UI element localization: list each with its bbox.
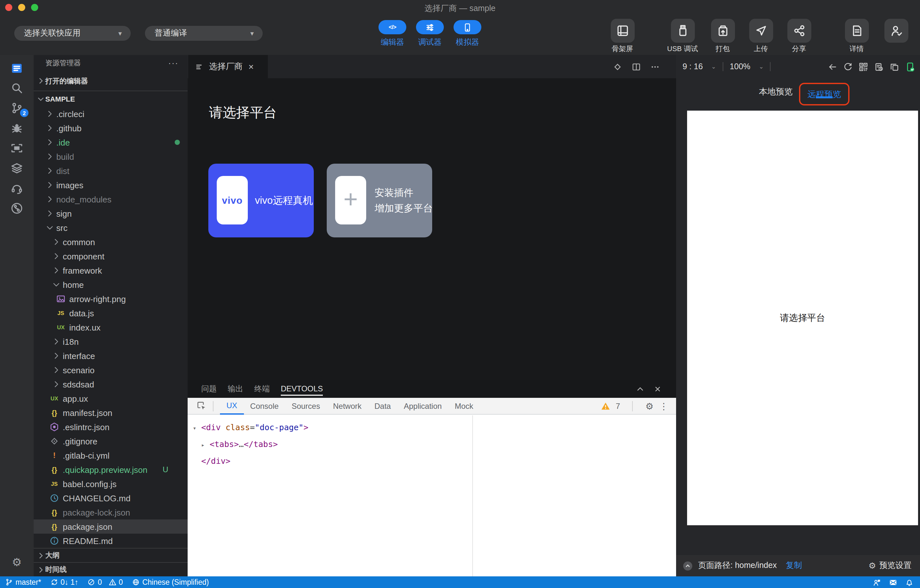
maximize-panel-icon[interactable] <box>636 385 645 393</box>
status-notifications[interactable] <box>905 578 914 586</box>
tree-item[interactable]: node_modules <box>34 192 188 206</box>
back-icon[interactable] <box>828 62 837 71</box>
tree-item[interactable]: !.gitlab-ci.yml <box>34 448 188 463</box>
tree-item[interactable]: interface <box>34 349 188 363</box>
tree-item[interactable]: sign <box>34 206 188 220</box>
panel-tab-终端[interactable]: 终端 <box>254 381 270 398</box>
tree-item[interactable]: common <box>34 235 188 249</box>
tree-item[interactable]: component <box>34 249 188 263</box>
skeleton-screen-button[interactable]: 骨架屏 <box>609 19 635 52</box>
preview-settings-button[interactable]: ⚙ 预览设置 <box>868 560 912 571</box>
outline-section[interactable]: 大纲 <box>34 548 188 562</box>
activity-item-explorer[interactable] <box>0 58 34 78</box>
tree-item[interactable]: .eslintrc.json <box>34 420 188 434</box>
aspect-ratio-select[interactable]: 9 : 16 <box>683 62 703 71</box>
more-actions-icon[interactable] <box>650 62 660 71</box>
status-mail[interactable] <box>889 578 897 586</box>
devtools-splitter[interactable] <box>472 415 473 577</box>
upload-button[interactable]: 上传 <box>748 19 774 52</box>
tree-item[interactable]: {}package.json <box>34 520 188 534</box>
devtools-tab-sources[interactable]: Sources <box>285 397 326 414</box>
status-git-branch[interactable]: master* <box>5 578 41 586</box>
status-problems[interactable]: 00 <box>87 578 123 586</box>
copy-path-link[interactable]: 复制 <box>786 560 802 571</box>
qr-code-icon[interactable] <box>858 62 868 71</box>
tree-item[interactable]: README.md <box>34 534 188 548</box>
activity-item-source-control[interactable]: 2 <box>0 98 34 118</box>
timeline-section[interactable]: 时间线 <box>34 562 188 577</box>
tab-local-preview[interactable]: 本地预览 <box>759 86 792 98</box>
close-panel-icon[interactable] <box>653 385 662 393</box>
details-button[interactable]: 详情 <box>844 19 870 52</box>
tree-item[interactable]: .ide <box>34 135 188 149</box>
open-editors-section[interactable]: 打开的编辑器 <box>34 71 188 91</box>
expand-down-icon[interactable]: ▾ <box>193 420 201 437</box>
expand-right-icon[interactable]: ▸ <box>201 437 210 454</box>
share-button[interactable]: 分享 <box>786 19 812 52</box>
tree-item[interactable]: src <box>34 220 188 235</box>
tree-item[interactable]: home <box>34 277 188 292</box>
account-button[interactable] <box>883 19 909 52</box>
mode-button-debugger[interactable]: 调试器 <box>416 20 444 48</box>
tree-item[interactable]: .circleci <box>34 107 188 121</box>
close-tab-icon[interactable]: × <box>248 62 254 71</box>
activity-item-settings[interactable]: ⚙ <box>0 552 34 572</box>
activity-item-support[interactable] <box>0 178 34 198</box>
devtools-tab-ux[interactable]: UX <box>220 397 244 414</box>
tree-item[interactable]: UXindex.ux <box>34 320 188 334</box>
panel-tab-输出[interactable]: 输出 <box>228 381 243 398</box>
split-editor-icon[interactable] <box>632 62 641 71</box>
compile-mode-dropdown[interactable]: 普通编译 ▼ <box>145 26 263 41</box>
usb-debug-button[interactable]: USB 调试 <box>670 19 695 52</box>
panel-tab-devtools[interactable]: DEVTOOLS <box>281 381 323 398</box>
device-connected-icon[interactable] <box>905 62 915 71</box>
warning-count[interactable]: 7 <box>616 402 620 410</box>
devtools-elements-tree[interactable]: ▾<div class="doc-page">▸<tabs>…</tabs></… <box>188 415 676 577</box>
devtools-settings-icon[interactable]: ⚙ <box>645 401 653 411</box>
collapse-up-icon[interactable] <box>683 560 693 571</box>
activity-item-git-insights[interactable] <box>0 198 34 218</box>
status-feedback[interactable] <box>873 578 881 586</box>
tree-item[interactable]: .github <box>34 121 188 135</box>
mode-button-simulator[interactable]: 模拟器 <box>454 20 481 48</box>
devtools-tab-network[interactable]: Network <box>326 397 368 414</box>
tree-item[interactable]: UXapp.ux <box>34 391 188 406</box>
devtools-tab-application[interactable]: Application <box>397 397 448 414</box>
tree-item[interactable]: scenario <box>34 363 188 377</box>
tree-item[interactable]: dist <box>34 164 188 178</box>
tree-item[interactable]: sdsdsad <box>34 377 188 391</box>
tree-item[interactable]: images <box>34 178 188 192</box>
activity-item-screen-capture[interactable] <box>0 138 34 158</box>
duplicate-icon[interactable] <box>889 62 899 71</box>
install-plugin-card[interactable]: + 安装插件 增加更多平台 <box>327 164 432 237</box>
tree-item[interactable]: CHANGELOG.md <box>34 491 188 505</box>
devtools-tab-data[interactable]: Data <box>368 397 398 414</box>
status-sync-changes[interactable]: 0↓ 1↑ <box>50 578 78 586</box>
tab-remote-preview[interactable]: 远程预览 <box>807 88 841 100</box>
tree-item[interactable]: framework <box>34 263 188 277</box>
activity-item-debug[interactable] <box>0 118 34 138</box>
report-icon[interactable] <box>874 62 884 71</box>
panel-tab-问题[interactable]: 问题 <box>201 381 217 398</box>
devtools-menu-icon[interactable]: ⋮ <box>659 401 668 411</box>
mode-button-editor[interactable]: </>编辑器 <box>379 20 406 48</box>
chevron-down-icon[interactable]: ⌄ <box>759 63 764 70</box>
project-root-sample[interactable]: SAMPLE <box>34 91 188 107</box>
tree-item[interactable]: .gitignore <box>34 434 188 448</box>
package-button[interactable]: 打包 <box>710 19 735 52</box>
activity-item-search[interactable] <box>0 78 34 98</box>
status-language[interactable]: Chinese (Simplified) <box>132 578 209 586</box>
zoom-level-select[interactable]: 100% <box>730 62 750 71</box>
tree-item[interactable]: {}package-lock.json <box>34 505 188 520</box>
devtools-tab-console[interactable]: Console <box>244 397 285 414</box>
vivo-remote-device-card[interactable]: vivo vivo远程真机 <box>208 164 314 237</box>
explorer-more-actions-icon[interactable]: ··· <box>168 58 178 68</box>
inspect-element-icon[interactable] <box>197 401 206 411</box>
tree-item[interactable]: {}manifest.json <box>34 406 188 420</box>
tree-item[interactable]: JSdata.js <box>34 306 188 320</box>
tree-item[interactable]: build <box>34 149 188 164</box>
tree-item[interactable]: {}.quickapp.preview.jsonU <box>34 463 188 477</box>
devtools-tab-mock[interactable]: Mock <box>449 397 480 414</box>
validate-icon[interactable] <box>613 62 622 71</box>
editor-tab-vendor-select[interactable]: 选择厂商 × <box>188 55 268 78</box>
